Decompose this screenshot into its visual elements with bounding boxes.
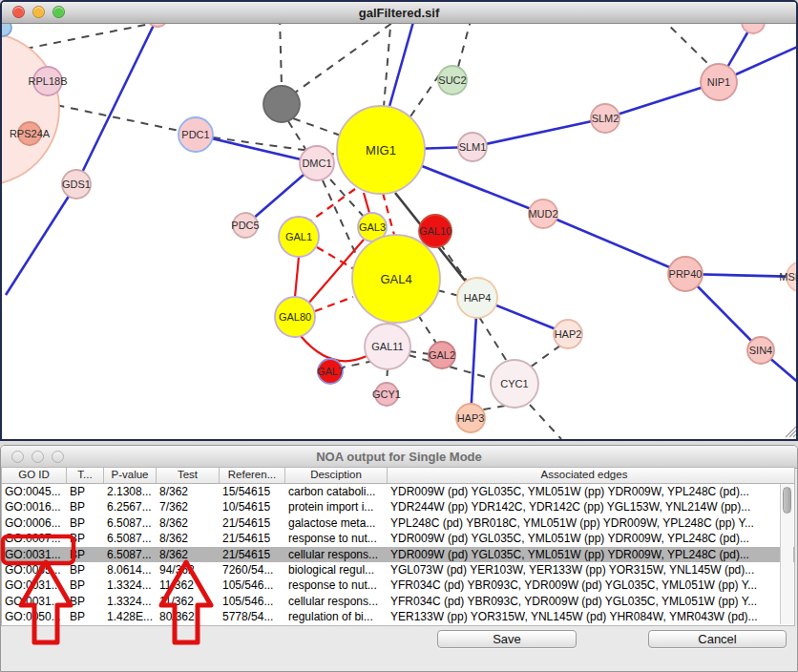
cell: GO:0031... [2, 547, 67, 562]
column-header-associated-edges[interactable]: Associated edges [388, 468, 781, 483]
table-row[interactable]: GO:0016...BP6.2567...7/36210/54615protei… [2, 499, 794, 514]
network-window: RPL18BRPS24AGDS1PDC1PDC5DMC1MIG1SUC2SLM1… [0, 0, 798, 441]
node-label-DMC1: DMC1 [302, 158, 331, 169]
edge-reddash[interactable] [315, 297, 353, 311]
node-label-PDC5: PDC5 [231, 220, 259, 231]
column-header-test[interactable]: Test [157, 468, 220, 483]
cell: 105/546... [220, 578, 285, 593]
cell: YDR009W (pd) YGL035C, YML051W (pp) YDR00… [388, 531, 781, 546]
cell: 8.0614... [104, 562, 157, 578]
edge-red[interactable] [301, 336, 367, 361]
cell: 5778/54... [220, 609, 285, 624]
cell: YPL248C (pd) YBR018C, YML051W (pp) YDR00… [388, 515, 781, 531]
edge-dash[interactable] [280, 17, 282, 86]
edge-dash[interactable] [288, 121, 305, 149]
node-label-GAL2: GAL2 [429, 349, 455, 361]
cell: 15/54615 [220, 484, 285, 499]
cancel-button[interactable]: Cancel [648, 630, 787, 648]
minimize-button-icon[interactable] [32, 6, 45, 18]
table-scrollbar[interactable] [780, 484, 793, 624]
node-label-GAL3: GAL3 [359, 221, 386, 233]
column-header-t-[interactable]: T... [67, 468, 104, 483]
cell: response to nut... [285, 578, 388, 593]
cell: cellular respons... [285, 547, 388, 562]
edge-reddash[interactable] [311, 189, 355, 220]
edge-dash[interactable] [387, 368, 388, 384]
close-button-icon[interactable] [11, 451, 24, 463]
node-big-left[interactable] [2, 32, 59, 185]
cell: BP [67, 594, 104, 609]
node-label-PRP40: PRP40 [669, 268, 703, 280]
cell: galactose meta... [285, 515, 388, 531]
cell: GO:0031... [2, 594, 67, 609]
zoom-button-icon[interactable] [52, 451, 64, 463]
edge-dash[interactable] [418, 315, 437, 345]
cell: GO:0016... [2, 499, 67, 514]
cell: 80/362 [157, 609, 220, 624]
node-label-GAL11: GAL11 [371, 341, 403, 352]
cell: BP [67, 499, 104, 514]
edge-blue[interactable] [76, 17, 158, 184]
minimize-button-icon[interactable] [32, 451, 44, 463]
table-row[interactable]: GO:0007...BP6.5087...8/36221/54615respon… [2, 531, 794, 546]
edge-dash[interactable] [458, 17, 472, 67]
column-header-go-id[interactable]: GO ID [2, 468, 67, 483]
node-label-GAL4: GAL4 [380, 272, 411, 286]
cell: YFR034C (pd) YBR093C, YDR009W (pd) YGL03… [388, 594, 781, 609]
cell: YGL073W (pd) YER103W, YER133W (pp) YOR31… [388, 562, 781, 578]
cell: 11/362 [157, 594, 220, 609]
edge-dash[interactable] [440, 243, 469, 284]
cell: YFR034C (pd) YBR093C, YDR009W (pd) YGL03… [388, 578, 781, 593]
column-header-desciption[interactable]: Desciption [285, 468, 388, 483]
table-scrollbar-thumb[interactable] [783, 487, 791, 514]
node-label-MSI: MSI [779, 271, 798, 283]
table-row[interactable]: GO:0050...BP1.428E...80/3625778/54...reg… [2, 609, 794, 624]
cell: 21/54615 [220, 531, 285, 546]
save-button[interactable]: Save [437, 630, 577, 648]
cell: 10/54615 [220, 499, 285, 514]
table-row[interactable]: GO:0031...BP6.5087...8/36221/54615cellul… [2, 547, 794, 562]
cell: 6.5087... [104, 515, 157, 531]
cell: 1.3324... [104, 578, 157, 593]
edge-red[interactable] [364, 193, 369, 213]
edge-dash[interactable] [409, 351, 430, 354]
table-row[interactable]: GO:0031...BP1.3324...11/362105/546...res… [2, 578, 794, 593]
edge-dash[interactable] [295, 15, 403, 93]
column-header-p-value[interactable]: P-value [104, 468, 157, 483]
table-row[interactable]: GO:0031...BP1.3324...11/362105/546...cel… [2, 594, 794, 609]
node-label-HAP4: HAP4 [464, 292, 492, 304]
edge-dash[interactable] [437, 290, 459, 296]
column-header-referen-[interactable]: Referen... [220, 468, 285, 483]
zoom-button-icon[interactable] [52, 6, 65, 18]
node-gray-node[interactable] [263, 86, 300, 122]
cell: 6.2567... [104, 499, 157, 514]
cell: GO:0007... [2, 531, 67, 546]
cell: 1.3324... [104, 594, 157, 609]
cell: 6.5087... [104, 547, 157, 562]
edge-dash[interactable] [384, 15, 391, 107]
node-label-HAP3: HAP3 [457, 412, 485, 424]
edge-red[interactable] [295, 257, 299, 297]
cell: 21/54615 [220, 515, 285, 531]
table-row[interactable]: GO:0065...BP8.0614...94/3627260/54...bio… [2, 562, 794, 578]
results-table: GO IDT...P-valueTestReferen...Desciption… [1, 467, 795, 626]
edge-blue[interactable] [472, 118, 605, 147]
table-row[interactable]: GO:0045...BP2.1308...8/36215/54615carbon… [2, 484, 794, 499]
close-button-icon[interactable] [12, 6, 25, 18]
edge-dash[interactable] [293, 118, 341, 136]
edge-blue[interactable] [543, 214, 685, 274]
edge-dash[interactable] [661, 17, 710, 66]
edge-blue[interactable] [6, 184, 76, 295]
cell: YDR244W (pp) YDR142C, YDR142C (pp) YGL15… [388, 499, 781, 514]
node-label-GDS1: GDS1 [62, 178, 91, 190]
edge-dash[interactable] [530, 346, 560, 368]
cell: BP [67, 562, 104, 578]
node-label-MIG1: MIG1 [366, 143, 396, 158]
edge-dash[interactable] [530, 405, 561, 439]
network-canvas[interactable]: RPL18BRPS24AGDS1PDC1PDC5DMC1MIG1SUC2SLM1… [2, 2, 798, 441]
edge-reddash[interactable] [317, 247, 356, 270]
edge-dash[interactable] [479, 317, 508, 363]
table-row[interactable]: GO:0006...BP6.5087...8/36221/54615galact… [2, 515, 794, 531]
cell: BP [67, 484, 104, 499]
cell: 2.1308... [104, 484, 157, 499]
